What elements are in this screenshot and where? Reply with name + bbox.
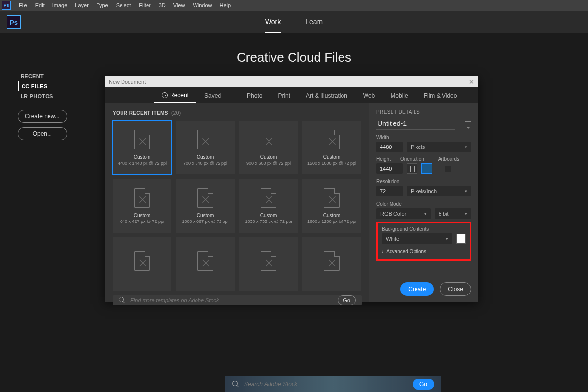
- menu-window[interactable]: Window: [189, 2, 216, 8]
- dialog-tabs: RecentSavedPhotoPrintArt & IllustrationW…: [105, 87, 478, 103]
- width-label: Width: [376, 135, 471, 140]
- close-button[interactable]: Close: [440, 282, 471, 296]
- menu-image[interactable]: Image: [49, 2, 72, 8]
- clock-icon: [162, 92, 168, 98]
- new-document-dialog: New Document ✕ RecentSavedPhotoPrintArt …: [105, 76, 478, 302]
- recent-item-dims: 4480 x 1440 px @ 72 ppi: [118, 161, 167, 166]
- page-title: Creative Cloud Files: [0, 50, 588, 65]
- background-color-swatch[interactable]: [456, 234, 466, 244]
- orientation-label: Orientation: [400, 156, 424, 162]
- resolution-label: Resolution: [376, 179, 471, 184]
- menu-select[interactable]: Select: [112, 2, 135, 8]
- recent-item[interactable]: [239, 237, 298, 291]
- dialog-title: New Document: [109, 79, 146, 85]
- recent-item[interactable]: Custom4480 x 1440 px @ 72 ppi: [113, 121, 172, 174]
- sidenav-lr-photos[interactable]: LR PHOTOS: [18, 91, 56, 101]
- recent-item-title: Custom: [260, 213, 277, 218]
- dialog-tab-photo[interactable]: Photo: [239, 87, 270, 103]
- stock-go-button[interactable]: Go: [338, 295, 356, 305]
- menu-help[interactable]: Help: [216, 2, 235, 8]
- work-tabs: WorkLearn: [21, 11, 567, 33]
- dialog-tab-saved[interactable]: Saved: [196, 87, 229, 103]
- menu-edit[interactable]: Edit: [31, 2, 49, 8]
- recent-item[interactable]: Custom1500 x 1000 px @ 72 ppi: [302, 121, 361, 174]
- document-icon: [324, 188, 340, 208]
- save-preset-icon[interactable]: [465, 121, 471, 127]
- recent-item[interactable]: Custom700 x 540 px @ 72 ppi: [176, 121, 235, 174]
- dialog-titlebar: New Document ✕: [105, 76, 478, 87]
- dialog-left: YOUR RECENT ITEMS (20) Custom4480 x 1440…: [105, 103, 369, 302]
- dialog-tab-label: Web: [363, 92, 375, 99]
- search-icon: [119, 297, 125, 304]
- sidenav-recent[interactable]: RECENT: [18, 72, 56, 81]
- document-icon: [261, 130, 276, 149]
- dialog-tab-art-illustration[interactable]: Art & Illustration: [298, 87, 355, 103]
- advanced-options-toggle[interactable]: › Advanced Options: [382, 249, 466, 254]
- recent-item[interactable]: [302, 237, 361, 291]
- resolution-input[interactable]: [376, 186, 403, 196]
- dialog-tab-label: Recent: [170, 92, 189, 98]
- recent-item[interactable]: Custom1000 x 667 px @ 72 ppi: [176, 179, 235, 233]
- recent-item[interactable]: Custom1030 x 735 px @ 72 ppi: [239, 179, 298, 233]
- document-icon: [134, 130, 150, 149]
- color-depth-dropdown[interactable]: 8 bit▾: [435, 208, 471, 219]
- height-input[interactable]: [376, 163, 403, 174]
- stock-search-input[interactable]: [130, 297, 333, 303]
- recent-item[interactable]: Custom1600 x 1200 px @ 72 ppi: [302, 179, 361, 233]
- recent-item-title: Custom: [260, 154, 277, 160]
- recent-count: (20): [172, 110, 181, 116]
- close-icon[interactable]: ✕: [469, 78, 474, 86]
- recent-item[interactable]: [113, 237, 172, 291]
- bottom-stock-input[interactable]: [244, 381, 408, 388]
- background-contents-highlight: Background Contents White▾ › Advanced Op…: [376, 222, 471, 261]
- menu-layer[interactable]: Layer: [71, 2, 93, 8]
- menu-view[interactable]: View: [170, 2, 189, 8]
- bottom-stock-go-button[interactable]: Go: [413, 379, 434, 390]
- background-contents-value: White: [386, 236, 399, 242]
- ps-mini-icon: Ps: [2, 1, 11, 10]
- sidenav-cc-files[interactable]: CC FILES: [18, 81, 56, 91]
- menubar: Ps FileEditImageLayerTypeSelectFilter3DV…: [0, 0, 588, 11]
- side-buttons: Create new... Open...: [18, 110, 67, 140]
- resolution-unit-label: Pixels/Inch: [411, 188, 437, 194]
- stock-searchbar: Go: [113, 295, 362, 305]
- document-name-input[interactable]: [376, 118, 455, 130]
- artboards-checkbox[interactable]: [445, 166, 451, 172]
- recent-item[interactable]: [176, 237, 235, 291]
- document-icon: [324, 251, 340, 271]
- recent-item[interactable]: Custom900 x 600 px @ 72 ppi: [239, 121, 298, 174]
- recent-item-dims: 1600 x 1200 px @ 72 ppi: [307, 219, 356, 224]
- dialog-tab-web[interactable]: Web: [355, 87, 383, 103]
- recent-item-title: Custom: [323, 213, 340, 218]
- background-contents-dropdown[interactable]: White▾: [382, 233, 452, 244]
- menu-3d[interactable]: 3D: [155, 2, 170, 8]
- create-new-button[interactable]: Create new...: [18, 110, 67, 122]
- bottom-stock-bar: Go: [225, 376, 441, 392]
- dialog-tab-mobile[interactable]: Mobile: [383, 87, 416, 103]
- orientation-portrait-button[interactable]: [407, 163, 417, 174]
- side-nav: RECENTCC FILESLR PHOTOS: [18, 72, 56, 101]
- color-mode-dropdown[interactable]: RGB Color▾: [376, 208, 431, 219]
- recent-item-title: Custom: [197, 154, 214, 160]
- create-button[interactable]: Create: [400, 282, 434, 296]
- recent-item-dims: 1500 x 1000 px @ 72 ppi: [307, 161, 356, 166]
- open-button[interactable]: Open...: [18, 127, 67, 140]
- dialog-tab-film-video[interactable]: Film & Video: [416, 87, 465, 103]
- menu-file[interactable]: File: [15, 2, 31, 8]
- document-icon: [134, 251, 150, 271]
- color-mode-value: RGB Color: [380, 211, 406, 217]
- width-unit-dropdown[interactable]: Pixels▾: [407, 142, 471, 152]
- menu-filter[interactable]: Filter: [135, 2, 154, 8]
- menu-type[interactable]: Type: [93, 2, 112, 8]
- resolution-unit-dropdown[interactable]: Pixels/Inch▾: [407, 186, 471, 196]
- width-input[interactable]: [376, 142, 403, 152]
- dialog-tab-label: Art & Illustration: [306, 92, 347, 99]
- recent-item[interactable]: Custom640 x 427 px @ 72 ppi: [113, 179, 172, 233]
- work-tab-learn[interactable]: Learn: [305, 11, 323, 33]
- work-tab-work[interactable]: Work: [265, 11, 281, 33]
- orientation-landscape-button[interactable]: [421, 163, 432, 174]
- recent-item-title: Custom: [323, 154, 340, 160]
- dialog-tab-label: Saved: [204, 92, 221, 99]
- dialog-tab-print[interactable]: Print: [270, 87, 298, 103]
- dialog-tab-recent[interactable]: Recent: [154, 87, 196, 103]
